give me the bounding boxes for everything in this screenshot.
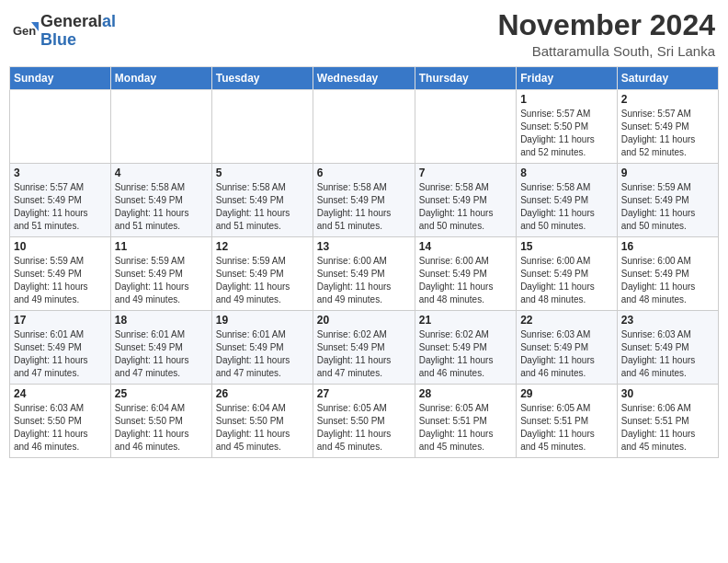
calendar-cell: 12Sunrise: 5:59 AM Sunset: 5:49 PM Dayli… bbox=[211, 237, 313, 311]
day-number: 8 bbox=[520, 167, 613, 179]
calendar-cell: 1Sunrise: 5:57 AM Sunset: 5:50 PM Daylig… bbox=[517, 90, 618, 164]
logo-line2: Blue bbox=[40, 31, 116, 50]
day-info: Sunrise: 5:58 AM Sunset: 5:49 PM Dayligh… bbox=[520, 181, 613, 233]
weekday-header-saturday: Saturday bbox=[617, 67, 718, 90]
calendar-cell: 11Sunrise: 5:59 AM Sunset: 5:49 PM Dayli… bbox=[110, 237, 211, 311]
logo: Gen Generalal Blue bbox=[13, 13, 116, 50]
calendar-week-row: 17Sunrise: 6:01 AM Sunset: 5:49 PM Dayli… bbox=[10, 311, 719, 385]
day-number: 29 bbox=[520, 387, 613, 400]
day-info: Sunrise: 5:57 AM Sunset: 5:49 PM Dayligh… bbox=[14, 181, 107, 233]
day-info: Sunrise: 6:04 AM Sunset: 5:50 PM Dayligh… bbox=[216, 402, 309, 454]
day-info: Sunrise: 6:05 AM Sunset: 5:50 PM Dayligh… bbox=[317, 402, 411, 454]
calendar-cell bbox=[110, 90, 211, 164]
day-number: 10 bbox=[14, 240, 107, 253]
day-number: 17 bbox=[14, 314, 107, 327]
calendar-table: SundayMondayTuesdayWednesdayThursdayFrid… bbox=[9, 66, 719, 458]
calendar-cell: 2Sunrise: 5:57 AM Sunset: 5:49 PM Daylig… bbox=[617, 90, 718, 164]
day-info: Sunrise: 6:05 AM Sunset: 5:51 PM Dayligh… bbox=[419, 402, 512, 454]
calendar-cell: 18Sunrise: 6:01 AM Sunset: 5:49 PM Dayli… bbox=[110, 311, 211, 385]
day-info: Sunrise: 6:04 AM Sunset: 5:50 PM Dayligh… bbox=[115, 402, 208, 454]
calendar-week-row: 1Sunrise: 5:57 AM Sunset: 5:50 PM Daylig… bbox=[10, 90, 719, 164]
day-info: Sunrise: 6:00 AM Sunset: 5:49 PM Dayligh… bbox=[520, 255, 613, 306]
day-number: 5 bbox=[216, 167, 309, 179]
day-info: Sunrise: 6:01 AM Sunset: 5:49 PM Dayligh… bbox=[216, 328, 309, 380]
day-info: Sunrise: 5:58 AM Sunset: 5:49 PM Dayligh… bbox=[317, 181, 411, 233]
calendar-cell: 19Sunrise: 6:01 AM Sunset: 5:49 PM Dayli… bbox=[211, 311, 313, 385]
day-info: Sunrise: 5:59 AM Sunset: 5:49 PM Dayligh… bbox=[14, 255, 107, 306]
day-number: 9 bbox=[621, 167, 714, 179]
logo-icon: Gen bbox=[13, 18, 39, 44]
day-number: 2 bbox=[621, 93, 714, 106]
day-number: 7 bbox=[419, 167, 512, 179]
day-number: 26 bbox=[216, 387, 309, 400]
calendar-cell: 30Sunrise: 6:06 AM Sunset: 5:51 PM Dayli… bbox=[617, 385, 718, 458]
calendar-cell: 3Sunrise: 5:57 AM Sunset: 5:49 PM Daylig… bbox=[10, 164, 111, 237]
day-info: Sunrise: 6:00 AM Sunset: 5:49 PM Dayligh… bbox=[621, 255, 714, 306]
calendar-week-row: 10Sunrise: 5:59 AM Sunset: 5:49 PM Dayli… bbox=[10, 237, 719, 311]
month-title: November 2024 bbox=[497, 9, 715, 41]
day-info: Sunrise: 6:00 AM Sunset: 5:49 PM Dayligh… bbox=[317, 255, 411, 306]
logo-al: al bbox=[102, 12, 116, 30]
calendar-cell: 5Sunrise: 5:58 AM Sunset: 5:49 PM Daylig… bbox=[211, 164, 313, 237]
day-number: 20 bbox=[317, 314, 411, 327]
title-block: November 2024 Battaramulla South, Sri La… bbox=[497, 9, 715, 59]
day-info: Sunrise: 5:58 AM Sunset: 5:49 PM Dayligh… bbox=[115, 181, 208, 233]
day-number: 24 bbox=[14, 387, 107, 400]
day-info: Sunrise: 5:58 AM Sunset: 5:49 PM Dayligh… bbox=[216, 181, 309, 233]
day-number: 27 bbox=[317, 387, 411, 400]
weekday-header-thursday: Thursday bbox=[415, 67, 516, 90]
day-info: Sunrise: 6:02 AM Sunset: 5:49 PM Dayligh… bbox=[317, 328, 411, 380]
svg-text:Gen: Gen bbox=[13, 24, 36, 38]
day-number: 6 bbox=[317, 167, 411, 179]
calendar-cell bbox=[211, 90, 313, 164]
day-number: 18 bbox=[115, 314, 208, 327]
day-number: 11 bbox=[115, 240, 208, 253]
logo-general: General bbox=[40, 12, 102, 30]
day-info: Sunrise: 6:02 AM Sunset: 5:49 PM Dayligh… bbox=[419, 328, 512, 380]
day-number: 14 bbox=[419, 240, 512, 253]
day-info: Sunrise: 6:06 AM Sunset: 5:51 PM Dayligh… bbox=[621, 402, 714, 454]
day-number: 21 bbox=[419, 314, 512, 327]
day-number: 1 bbox=[520, 93, 613, 106]
day-info: Sunrise: 6:03 AM Sunset: 5:49 PM Dayligh… bbox=[520, 328, 613, 380]
calendar-cell bbox=[10, 90, 111, 164]
calendar-cell: 15Sunrise: 6:00 AM Sunset: 5:49 PM Dayli… bbox=[517, 237, 618, 311]
calendar-cell: 10Sunrise: 5:59 AM Sunset: 5:49 PM Dayli… bbox=[10, 237, 111, 311]
day-info: Sunrise: 6:03 AM Sunset: 5:50 PM Dayligh… bbox=[14, 402, 107, 454]
calendar-cell: 20Sunrise: 6:02 AM Sunset: 5:49 PM Dayli… bbox=[313, 311, 415, 385]
calendar-cell: 6Sunrise: 5:58 AM Sunset: 5:49 PM Daylig… bbox=[313, 164, 415, 237]
calendar-cell: 26Sunrise: 6:04 AM Sunset: 5:50 PM Dayli… bbox=[211, 385, 313, 458]
location-subtitle: Battaramulla South, Sri Lanka bbox=[497, 43, 715, 59]
weekday-header-wednesday: Wednesday bbox=[313, 67, 415, 90]
day-number: 28 bbox=[419, 387, 512, 400]
day-number: 23 bbox=[621, 314, 714, 327]
day-info: Sunrise: 5:57 AM Sunset: 5:50 PM Dayligh… bbox=[520, 108, 613, 159]
day-info: Sunrise: 5:58 AM Sunset: 5:49 PM Dayligh… bbox=[419, 181, 512, 233]
calendar-header-row: SundayMondayTuesdayWednesdayThursdayFrid… bbox=[10, 67, 719, 90]
calendar-cell: 23Sunrise: 6:03 AM Sunset: 5:49 PM Dayli… bbox=[617, 311, 718, 385]
day-info: Sunrise: 6:00 AM Sunset: 5:49 PM Dayligh… bbox=[419, 255, 512, 306]
day-number: 3 bbox=[14, 167, 107, 179]
calendar-week-row: 24Sunrise: 6:03 AM Sunset: 5:50 PM Dayli… bbox=[10, 385, 719, 458]
day-number: 25 bbox=[115, 387, 208, 400]
calendar-cell: 25Sunrise: 6:04 AM Sunset: 5:50 PM Dayli… bbox=[110, 385, 211, 458]
calendar-cell: 13Sunrise: 6:00 AM Sunset: 5:49 PM Dayli… bbox=[313, 237, 415, 311]
day-number: 19 bbox=[216, 314, 309, 327]
calendar-cell: 29Sunrise: 6:05 AM Sunset: 5:51 PM Dayli… bbox=[517, 385, 618, 458]
calendar-cell: 27Sunrise: 6:05 AM Sunset: 5:50 PM Dayli… bbox=[313, 385, 415, 458]
day-info: Sunrise: 5:59 AM Sunset: 5:49 PM Dayligh… bbox=[216, 255, 309, 306]
day-info: Sunrise: 6:01 AM Sunset: 5:49 PM Dayligh… bbox=[14, 328, 107, 380]
day-info: Sunrise: 6:05 AM Sunset: 5:51 PM Dayligh… bbox=[520, 402, 613, 454]
calendar-cell: 22Sunrise: 6:03 AM Sunset: 5:49 PM Dayli… bbox=[517, 311, 618, 385]
calendar-cell: 9Sunrise: 5:59 AM Sunset: 5:49 PM Daylig… bbox=[617, 164, 718, 237]
calendar-cell: 7Sunrise: 5:58 AM Sunset: 5:49 PM Daylig… bbox=[415, 164, 516, 237]
weekday-header-monday: Monday bbox=[110, 67, 211, 90]
calendar-cell: 14Sunrise: 6:00 AM Sunset: 5:49 PM Dayli… bbox=[415, 237, 516, 311]
calendar-cell: 16Sunrise: 6:00 AM Sunset: 5:49 PM Dayli… bbox=[617, 237, 718, 311]
day-number: 30 bbox=[621, 387, 714, 400]
calendar-cell: 24Sunrise: 6:03 AM Sunset: 5:50 PM Dayli… bbox=[10, 385, 111, 458]
day-info: Sunrise: 5:59 AM Sunset: 5:49 PM Dayligh… bbox=[621, 181, 714, 233]
day-number: 12 bbox=[216, 240, 309, 253]
day-number: 4 bbox=[115, 167, 208, 179]
calendar-cell: 8Sunrise: 5:58 AM Sunset: 5:49 PM Daylig… bbox=[517, 164, 618, 237]
